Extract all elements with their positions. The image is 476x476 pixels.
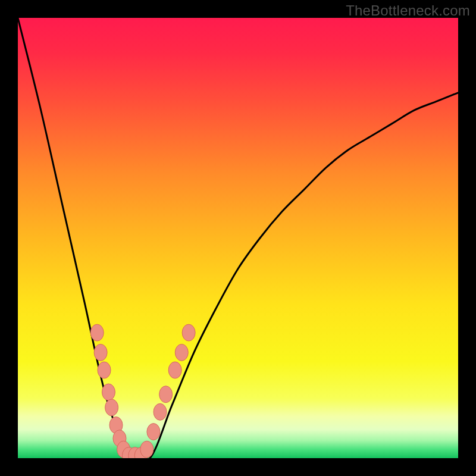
data-marker	[159, 386, 173, 403]
gradient-background	[18, 18, 458, 458]
data-marker	[94, 344, 107, 361]
data-marker	[175, 344, 188, 361]
data-marker	[147, 424, 160, 440]
data-marker	[102, 384, 115, 400]
data-marker	[90, 324, 104, 341]
data-marker	[182, 324, 195, 341]
chart-frame: TheBottleneck.com	[0, 0, 476, 476]
watermark-text: TheBottleneck.com	[346, 2, 470, 19]
data-marker	[154, 403, 167, 420]
data-marker	[140, 441, 154, 458]
data-marker	[168, 362, 181, 378]
plot-area	[18, 18, 458, 458]
data-marker	[105, 399, 118, 416]
data-marker	[98, 362, 111, 378]
bottleneck-chart	[18, 18, 458, 458]
